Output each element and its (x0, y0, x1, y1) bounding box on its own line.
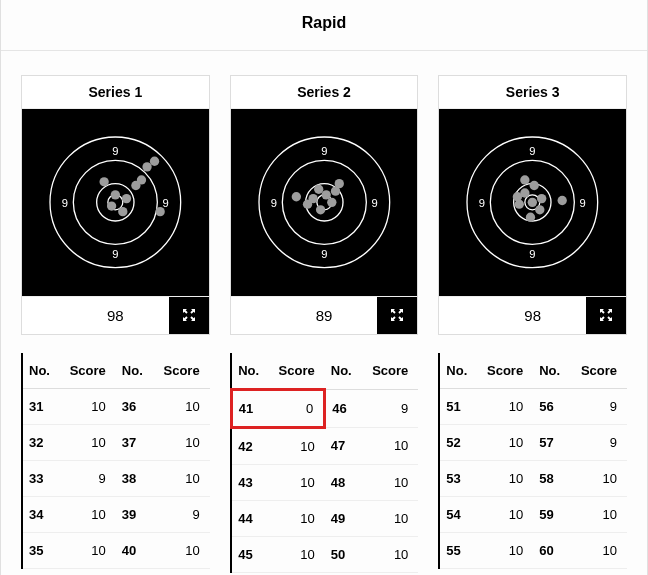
shot-hit (131, 181, 140, 190)
col-no: No. (22, 353, 58, 389)
expand-icon (598, 307, 614, 323)
cell-no: 52 (439, 424, 475, 460)
col-score: Score (569, 353, 627, 389)
svg-text:9: 9 (62, 197, 68, 209)
svg-text:9: 9 (163, 197, 169, 209)
cell-no: 47 (325, 427, 361, 464)
shot-hit (327, 198, 336, 207)
table-row: 32103710 (22, 424, 210, 460)
col-score: Score (152, 353, 210, 389)
col-no: No. (533, 353, 569, 389)
shot-hit (535, 205, 544, 214)
table-row: 3393810 (22, 460, 210, 496)
tbody-3: 51105695210579531058105410591055106010 (439, 388, 627, 568)
series-label: Series 3 (439, 76, 626, 109)
col-no: No. (231, 353, 267, 390)
shot-hit (155, 207, 164, 216)
cell-no: 34 (22, 496, 58, 532)
cell-no: 42 (231, 427, 267, 464)
series-table-2: No. Score No. Score 41046942104710431048… (230, 353, 419, 573)
cell-no: 38 (116, 460, 152, 496)
shot-hit (150, 157, 159, 166)
cell-score: 10 (361, 427, 419, 464)
shot-hit (314, 185, 323, 194)
series-footer: 98 (22, 296, 209, 334)
table-row: 53105810 (439, 460, 627, 496)
target-svg: 9 9 9 9 (439, 109, 626, 296)
table-row: 31103610 (22, 388, 210, 424)
shot-hit (530, 181, 539, 190)
col-score: Score (361, 353, 419, 390)
svg-text:9: 9 (112, 248, 118, 260)
cell-score: 10 (475, 496, 533, 532)
series-total: 98 (524, 307, 541, 324)
col-score: Score (267, 353, 325, 390)
cell-no: 55 (439, 532, 475, 568)
cell-no: 56 (533, 388, 569, 424)
cell-no: 51 (439, 388, 475, 424)
shot-hit (537, 194, 546, 203)
svg-text:9: 9 (321, 248, 327, 260)
series-cards-row: Series 1 9 9 9 9 98 (1, 51, 647, 353)
series-card-2: Series 2 9 9 9 9 89 (230, 75, 419, 335)
svg-text:9: 9 (479, 197, 485, 209)
cell-no: 37 (116, 424, 152, 460)
series-total: 98 (107, 307, 124, 324)
series-label: Series 1 (22, 76, 209, 109)
shot-hit (291, 192, 300, 201)
cell-no: 48 (325, 464, 361, 500)
col-no: No. (116, 353, 152, 389)
shot-hit (316, 205, 325, 214)
svg-text:9: 9 (530, 248, 536, 260)
cell-no: 33 (22, 460, 58, 496)
target-svg: 9 9 9 9 (231, 109, 418, 296)
cell-no: 41 (231, 389, 267, 427)
target-diagram: 9 9 9 9 (231, 109, 418, 296)
cell-score: 9 (569, 388, 627, 424)
table-row: 5210579 (439, 424, 627, 460)
tables-row: No. Score No. Score 31103610321037103393… (1, 353, 647, 575)
cell-no: 43 (231, 464, 267, 500)
hits-group-1 (99, 157, 164, 217)
col-no: No. (439, 353, 475, 389)
shot-hit (99, 177, 108, 186)
cell-no: 59 (533, 496, 569, 532)
table-row: 35104010 (22, 532, 210, 568)
cell-no: 35 (22, 532, 58, 568)
expand-button[interactable] (169, 297, 209, 334)
svg-point-1 (73, 160, 157, 244)
target-diagram: 9 9 9 9 (439, 109, 626, 296)
cell-no: 32 (22, 424, 58, 460)
expand-icon (389, 307, 405, 323)
cell-no: 58 (533, 460, 569, 496)
cell-score: 10 (58, 532, 116, 568)
col-score: Score (58, 353, 116, 389)
tbody-2: 41046942104710431048104410491045105010 (231, 389, 418, 572)
svg-text:9: 9 (580, 197, 586, 209)
expand-button[interactable] (377, 297, 417, 334)
cell-no: 53 (439, 460, 475, 496)
cell-score: 10 (475, 460, 533, 496)
svg-text:9: 9 (530, 145, 536, 157)
cell-score: 10 (361, 536, 419, 572)
table-row: 5110569 (439, 388, 627, 424)
target-diagram: 9 9 9 9 (22, 109, 209, 296)
expand-button[interactable] (586, 297, 626, 334)
series-card-3: Series 3 9 9 9 9 98 (438, 75, 627, 335)
shot-hit (118, 207, 127, 216)
table-row: 410469 (231, 389, 418, 427)
cell-score: 10 (267, 536, 325, 572)
cell-score: 10 (152, 424, 210, 460)
cell-no: 54 (439, 496, 475, 532)
series-footer: 98 (439, 296, 626, 334)
series-footer: 89 (231, 296, 418, 334)
cell-no: 39 (116, 496, 152, 532)
series-table-1: No. Score No. Score 31103610321037103393… (21, 353, 210, 573)
cell-no: 50 (325, 536, 361, 572)
cell-score: 10 (475, 388, 533, 424)
table-row: 45105010 (231, 536, 418, 572)
cell-score: 10 (569, 496, 627, 532)
cell-score: 10 (569, 532, 627, 568)
cell-score: 10 (152, 460, 210, 496)
cell-score: 10 (267, 427, 325, 464)
